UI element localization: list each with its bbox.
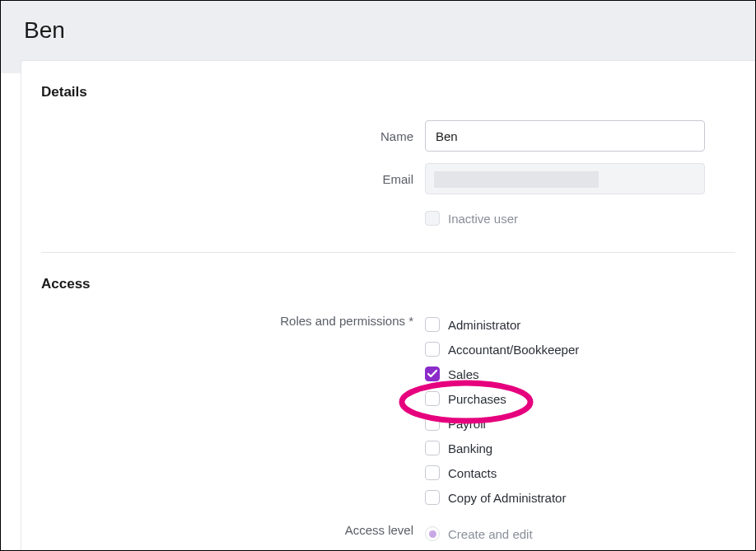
role-label: Accountant/Bookkeeper: [448, 343, 579, 357]
level-label: Create and edit: [448, 527, 533, 541]
role-banking-checkbox[interactable]: [425, 441, 440, 455]
role-label: Payroll: [448, 417, 486, 431]
access-section-title: Access: [21, 276, 755, 312]
email-row: Email: [21, 163, 755, 194]
role-label: Copy of Administrator: [448, 491, 566, 505]
role-purchases-checkbox[interactable]: [425, 391, 440, 406]
roles-options: Administrator Accountant/Bookkeeper Sale…: [425, 312, 579, 510]
email-label: Email: [21, 172, 425, 186]
role-administrator[interactable]: Administrator: [425, 312, 579, 337]
role-label: Sales: [448, 367, 479, 381]
page-title: Ben: [24, 17, 732, 44]
access-level-row: Access level Create and edit Read only: [21, 521, 755, 551]
inactive-user-option: Inactive user: [425, 206, 518, 231]
inactive-user-checkbox: [425, 211, 440, 226]
access-level-label: Access level: [21, 521, 425, 537]
roles-label: Roles and permissions *: [21, 312, 425, 328]
role-label: Purchases: [448, 392, 506, 406]
role-label: Contacts: [448, 466, 497, 480]
role-sales[interactable]: Sales: [425, 362, 579, 386]
roles-row: Roles and permissions * Administrator Ac…: [21, 312, 755, 510]
role-payroll[interactable]: Payroll: [425, 411, 579, 436]
role-label: Administrator: [448, 318, 520, 332]
inactive-user-label: Inactive user: [448, 212, 518, 226]
level-create-edit[interactable]: Create and edit: [425, 521, 533, 546]
role-label: Banking: [448, 441, 492, 455]
form-card: Details Name Email Inactive user Access …: [21, 60, 755, 551]
name-label: Name: [21, 129, 425, 143]
role-contacts-checkbox[interactable]: [425, 465, 440, 480]
email-input-disabled: [425, 163, 705, 194]
role-banking[interactable]: Banking: [425, 436, 579, 460]
role-sales-checkbox[interactable]: [425, 367, 440, 381]
role-administrator-checkbox[interactable]: [425, 317, 440, 332]
role-copy-admin[interactable]: Copy of Administrator: [425, 485, 579, 510]
role-purchases[interactable]: Purchases: [425, 386, 579, 411]
details-section-title: Details: [21, 84, 755, 120]
level-read-only[interactable]: Read only: [425, 546, 533, 551]
name-row: Name: [21, 120, 755, 152]
role-contacts[interactable]: Contacts: [425, 460, 579, 485]
access-level-options: Create and edit Read only: [425, 521, 533, 551]
role-accountant[interactable]: Accountant/Bookkeeper: [425, 337, 579, 362]
level-create-edit-radio[interactable]: [425, 526, 440, 541]
section-divider: [41, 252, 735, 253]
role-accountant-checkbox[interactable]: [425, 342, 440, 357]
inactive-row: Inactive user: [21, 206, 755, 231]
name-input[interactable]: [425, 120, 705, 152]
email-redacted: [434, 171, 599, 188]
role-payroll-checkbox[interactable]: [425, 416, 440, 431]
role-copy-admin-checkbox[interactable]: [425, 490, 440, 505]
